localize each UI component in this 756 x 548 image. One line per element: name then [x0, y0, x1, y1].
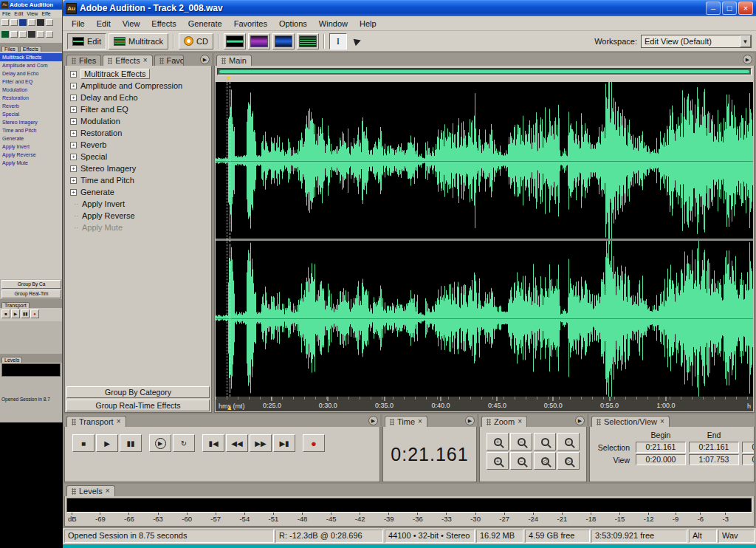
effects-item-reverb[interactable]: +Reverb: [65, 139, 211, 151]
selection-end-field[interactable]: 0:21.161: [689, 442, 739, 453]
effects-item-apply-invert[interactable]: Apply Invert: [65, 198, 211, 210]
close-icon[interactable]: ×: [106, 487, 110, 495]
tab-transport[interactable]: Transport: [1, 302, 30, 308]
close-icon[interactable]: ×: [418, 418, 422, 425]
zoom-left-edge-button[interactable]: ◁: [534, 452, 556, 470]
effects-item-time-and-pitch[interactable]: Time and Pitch: [0, 126, 62, 134]
menu-file[interactable]: File: [66, 18, 91, 30]
effects-item-delay-and-echo[interactable]: Delay and Echo: [0, 69, 62, 78]
menu-generate[interactable]: Generate: [182, 18, 228, 30]
close-icon[interactable]: ×: [660, 418, 664, 425]
effects-item-restoration[interactable]: Restoration: [0, 94, 62, 102]
tab-zoom[interactable]: Zoom ×: [481, 416, 527, 427]
effects-item-generate[interactable]: Generate: [0, 134, 62, 143]
record-button[interactable]: ●: [30, 309, 39, 318]
go-to-end-button[interactable]: ▶▮: [273, 434, 295, 452]
menu-help[interactable]: Help: [354, 18, 382, 30]
effects-item-reverb[interactable]: Reverb: [0, 102, 62, 110]
effects-item-apply-invert[interactable]: Apply Invert: [0, 143, 62, 151]
timeline-ruler[interactable]: hms (mt) h ▲ 0:25.00:30.00:35.00:40.00:4…: [216, 397, 753, 411]
effects-item-amplitude-and-com[interactable]: Amplitude and Com: [0, 61, 62, 69]
scrub-tool-button[interactable]: [349, 33, 367, 49]
effects-item-apply-mute[interactable]: Apply Mute: [65, 222, 211, 233]
menu-favorites[interactable]: Favorites: [228, 18, 273, 30]
spectral-frequency-button[interactable]: [248, 33, 270, 49]
rewind-button[interactable]: ◀◀: [226, 434, 248, 452]
effects-item-generate[interactable]: +Generate: [65, 186, 211, 198]
menu-edit[interactable]: Edit: [14, 11, 23, 16]
panel-menu-button[interactable]: ▶: [465, 416, 475, 425]
expand-icon[interactable]: +: [70, 71, 77, 78]
background-titlebar[interactable]: Au Adobe Audition: [0, 0, 62, 10]
play-from-cursor-button[interactable]: ▶: [149, 434, 171, 452]
fast-forward-button[interactable]: ▶▶: [250, 434, 272, 452]
pause-button[interactable]: ▮▮: [120, 434, 142, 452]
expand-icon[interactable]: +: [70, 142, 77, 148]
zoom-out-horizontal-button[interactable]: −: [510, 433, 532, 451]
effects-item-amplitude-and-compression[interactable]: +Amplitude and Compression: [65, 80, 211, 92]
panel-menu-button[interactable]: ▶: [743, 55, 752, 64]
menu-window[interactable]: Window: [313, 18, 354, 30]
expand-icon[interactable]: +: [70, 165, 77, 172]
multitrack-view-button[interactable]: Multitrack: [109, 33, 168, 49]
panel-menu-button[interactable]: ▶: [200, 55, 210, 64]
workspace-dropdown[interactable]: Edit View (Default) ▼: [641, 35, 752, 48]
tab-effects[interactable]: Effects ×: [103, 55, 152, 66]
expand-icon[interactable]: +: [70, 189, 77, 196]
effects-item-stereo-imagery[interactable]: Stereo Imagery: [0, 118, 62, 126]
zoom-out-vertical-button[interactable]: −: [510, 452, 532, 470]
expand-icon[interactable]: +: [70, 130, 77, 137]
group-by-category-button[interactable]: Group By Ca: [1, 280, 61, 289]
tab-levels[interactable]: Levels: [1, 357, 22, 363]
menu-file[interactable]: File: [2, 11, 10, 16]
waveform-display-button[interactable]: [224, 33, 246, 49]
cd-view-button[interactable]: CD: [179, 33, 213, 49]
tab-levels[interactable]: Levels ×: [66, 485, 115, 496]
tab-files[interactable]: Files: [1, 46, 18, 52]
panel-menu-button[interactable]: ▶: [575, 416, 585, 425]
toolbar-icon[interactable]: [19, 19, 27, 26]
spectral-pan-button[interactable]: [272, 33, 295, 49]
expand-icon[interactable]: +: [70, 118, 77, 125]
view-length-field[interactable]: 0:47.753: [742, 454, 755, 465]
effects-item-time-and-pitch[interactable]: +Time and Pitch: [65, 174, 211, 186]
toolbar-icon[interactable]: [37, 31, 44, 38]
record-button[interactable]: ●: [303, 434, 325, 452]
view-begin-field[interactable]: 0:20.000: [636, 454, 686, 465]
toolbar-icon[interactable]: [10, 19, 18, 26]
panel-menu-button[interactable]: ▶: [368, 416, 378, 425]
menu-effe[interactable]: Effe: [41, 11, 50, 16]
horizontal-scrollbar[interactable]: [217, 68, 752, 75]
effects-item-modulation[interactable]: Modulation: [0, 86, 62, 94]
effects-item-apply-reverse[interactable]: Apply Reverse: [65, 210, 211, 222]
toolbar-icon[interactable]: [28, 31, 35, 38]
titlebar[interactable]: Au Adobe Audition - Track 2_008.wav – □ …: [63, 0, 756, 16]
close-button[interactable]: ×: [738, 1, 753, 15]
playhead-cursor[interactable]: [230, 82, 230, 397]
group-by-category-button[interactable]: Group By Category: [66, 386, 210, 398]
chevron-down-icon[interactable]: ▼: [740, 35, 751, 47]
tab-time[interactable]: Time ×: [385, 416, 427, 427]
zoom-in-vertical-button[interactable]: +: [487, 452, 509, 470]
effects-item-delay-and-echo[interactable]: +Delay and Echo: [65, 92, 211, 103]
spectral-phase-button[interactable]: [297, 33, 319, 49]
waveform-display[interactable]: [216, 82, 753, 397]
play-looped-button[interactable]: ↻: [173, 434, 195, 452]
tab-favorites[interactable]: Favo: [154, 55, 184, 66]
menu-edit[interactable]: Edit: [91, 18, 117, 30]
selection-length-field[interactable]: 0:00.000: [742, 442, 755, 453]
tab-transport[interactable]: Transport ×: [66, 416, 126, 427]
tab-effects[interactable]: Effects: [20, 46, 41, 52]
level-meter[interactable]: [66, 498, 752, 513]
expand-icon[interactable]: +: [70, 106, 77, 113]
zoom-out-full-button[interactable]: [534, 433, 556, 451]
menu-effects[interactable]: Effects: [145, 18, 182, 30]
tab-selection-view[interactable]: Selection/View ×: [591, 416, 670, 427]
effects-item-restoration[interactable]: +Restoration: [65, 127, 211, 139]
close-icon[interactable]: ×: [143, 57, 148, 64]
expand-icon[interactable]: +: [70, 177, 77, 184]
time-selection-tool-button[interactable]: I: [329, 33, 347, 49]
play-button[interactable]: ▶: [11, 309, 20, 318]
expand-icon[interactable]: +: [70, 83, 77, 89]
expand-icon[interactable]: +: [70, 95, 77, 101]
